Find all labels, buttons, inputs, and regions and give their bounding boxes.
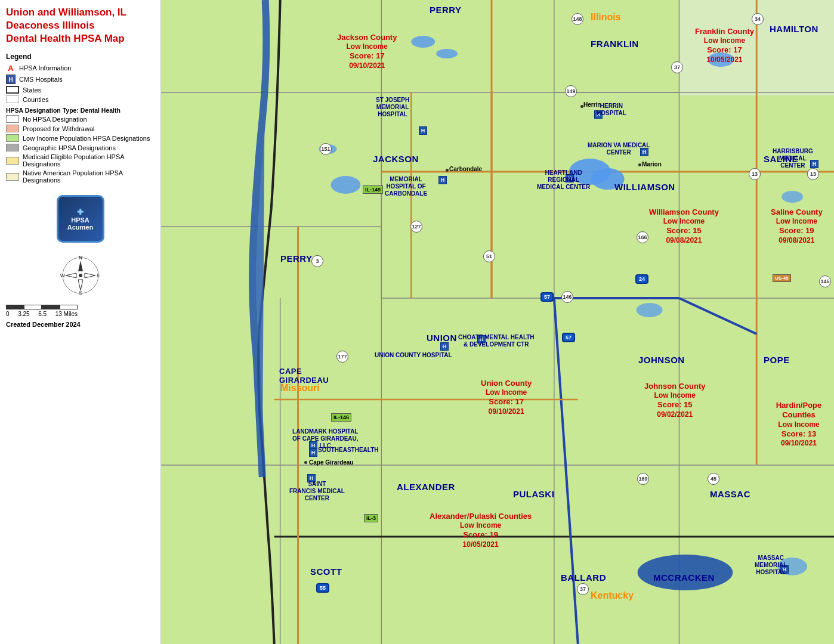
- legend-geographic: Geographic HPSA Designations: [6, 144, 155, 151]
- legend-item-cms: H CMS Hospitals: [6, 75, 155, 84]
- low-income-swatch: [6, 134, 19, 142]
- legend-cms-label: CMS Hospitals: [19, 76, 63, 83]
- svg-text:E: E: [96, 273, 100, 278]
- legend-item-counties: Counties: [6, 95, 155, 103]
- map-svg: [161, 0, 834, 644]
- proposed-swatch: [6, 125, 19, 132]
- route-us45: US-45: [773, 274, 791, 282]
- legend-states-label: States: [23, 86, 41, 94]
- legend-medicaid: Medicaid Eligible Population HPSA Design…: [6, 153, 155, 168]
- medicaid-swatch: [6, 157, 19, 165]
- title-line2: Deaconess Illinois: [6, 20, 94, 31]
- geographic-label: Geographic HPSA Designations: [23, 144, 116, 151]
- left-panel: Union and Williamson, IL Deaconess Illin…: [0, 0, 161, 644]
- svg-text:N: N: [78, 255, 82, 261]
- logo-line2: Acumen: [67, 224, 93, 231]
- legend-title: Legend: [6, 52, 155, 61]
- low-income-label: Low Income Population HPSA Designations: [23, 135, 150, 142]
- svg-point-42: [782, 191, 803, 203]
- native-swatch: [6, 173, 19, 181]
- svg-text:W: W: [60, 273, 65, 278]
- svg-marker-2: [78, 280, 83, 290]
- medicaid-label: Medicaid Eligible Population HPSA Design…: [23, 153, 155, 168]
- legend-item-states: States: [6, 86, 155, 94]
- hpsa-logo: ✚ HPSA Acumen: [57, 195, 104, 243]
- no-hpsa-label: No HPSA Designation: [23, 116, 87, 123]
- svg-point-40: [591, 168, 625, 190]
- hpsa-a-icon: A: [6, 63, 16, 73]
- scale-bar: 0 3.25 6.5 13 Miles: [6, 305, 155, 317]
- states-swatch: [6, 86, 19, 94]
- legend-proposed: Proposed for Withdrawal: [6, 125, 155, 132]
- legend-counties-label: Counties: [23, 96, 48, 103]
- cms-h-icon: H: [6, 75, 16, 84]
- svg-point-41: [708, 52, 734, 67]
- counties-swatch: [6, 95, 19, 103]
- svg-point-36: [319, 144, 337, 154]
- svg-point-37: [411, 36, 435, 48]
- scale-65: 6.5: [38, 311, 47, 317]
- legend-hpsa-label: HPSA Information: [19, 64, 71, 72]
- scale-13: 13 Miles: [55, 311, 78, 317]
- svg-point-9: [79, 274, 82, 277]
- svg-point-38: [436, 49, 458, 58]
- scale-325: 3.25: [18, 311, 29, 317]
- legend-native: Native American Population HPSA Designat…: [6, 169, 155, 184]
- scale-0: 0: [6, 311, 10, 317]
- route-il3: IL-3: [364, 514, 378, 522]
- logo-line1: HPSA: [71, 216, 89, 224]
- legend-section: Legend A HPSA Information H CMS Hospital…: [6, 52, 155, 185]
- svg-point-45: [777, 558, 807, 575]
- svg-point-43: [637, 303, 663, 317]
- route-il146: IL-146: [331, 413, 351, 422]
- svg-point-35: [330, 176, 360, 194]
- native-label: Native American Population HPSA Designat…: [23, 169, 155, 184]
- logo-area: ✚ HPSA Acumen: [6, 195, 155, 243]
- map-area: PERRY FRANKLIN HAMILTON JACKSON WILLIAMS…: [161, 0, 834, 644]
- compass-area: N S W E: [6, 255, 155, 296]
- no-hpsa-swatch: [6, 115, 19, 123]
- compass: N S W E: [60, 255, 101, 296]
- svg-marker-4: [85, 273, 95, 278]
- legend-item-hpsa: A HPSA Information: [6, 63, 155, 73]
- map-title: Union and Williamson, IL Deaconess Illin…: [6, 6, 155, 45]
- svg-text:S: S: [78, 290, 82, 296]
- svg-marker-3: [66, 273, 76, 278]
- svg-marker-1: [78, 261, 83, 271]
- svg-point-44: [638, 555, 733, 590]
- logo-icon: ✚: [77, 208, 84, 216]
- legend-low-income: Low Income Population HPSA Designations: [6, 134, 155, 142]
- proposed-label: Proposed for Withdrawal: [23, 125, 94, 132]
- route-il149: IL-149: [363, 185, 383, 194]
- geographic-swatch: [6, 144, 19, 151]
- title-line3: Dental Health HPSA Map: [6, 33, 125, 44]
- title-line1: Union and Williamson, IL: [6, 7, 126, 18]
- hpsa-type-title: HPSA Designation Type: Dental Health: [6, 107, 155, 114]
- legend-no-hpsa: No HPSA Designation: [6, 115, 155, 123]
- created-text: Created December 2024: [6, 321, 155, 328]
